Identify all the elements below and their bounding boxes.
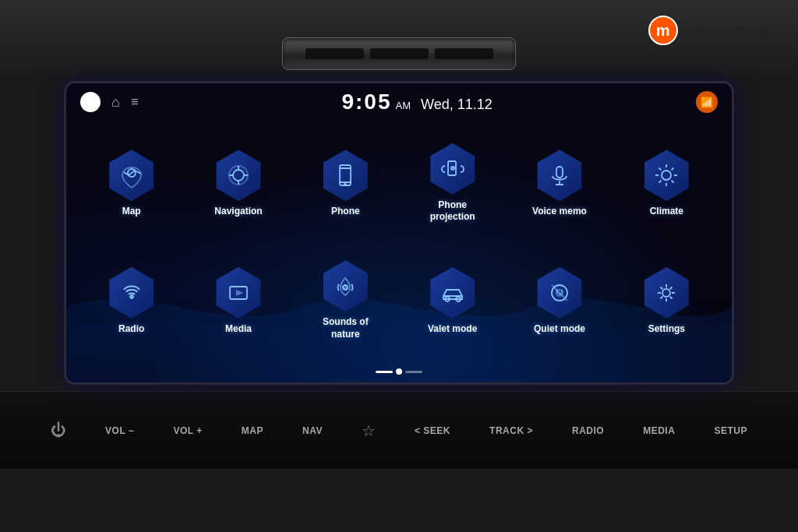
star-button[interactable]: ☆ xyxy=(362,421,376,440)
svg-point-12 xyxy=(662,171,671,180)
app-item-map[interactable]: Map xyxy=(78,125,185,242)
time-ampm: AM xyxy=(396,100,411,111)
screen-frame: ⌂ ≡ 9:05 AM Wed, 11.12 📶 xyxy=(64,81,734,385)
vol-plus-button[interactable]: VOL + xyxy=(173,425,202,436)
app-label-settings: Settings xyxy=(648,323,685,334)
vent xyxy=(282,37,516,70)
status-bar: ⌂ ≡ 9:05 AM Wed, 11.12 📶 xyxy=(66,83,732,121)
power-button[interactable]: ⏻ xyxy=(51,421,66,439)
svg-point-6 xyxy=(344,184,346,185)
page-indicator xyxy=(376,368,422,375)
media-label: MEDIA xyxy=(643,425,675,436)
home-icon[interactable]: ⌂ xyxy=(111,94,120,111)
app-grid: Map Navigation xyxy=(66,121,732,382)
app-label-valet-mode: Valet mode xyxy=(428,323,477,334)
app-item-phone-projection[interactable]: Phoneprojection xyxy=(399,125,506,242)
app-item-voice-memo[interactable]: Voice memo xyxy=(506,125,613,242)
track-forward-button[interactable]: TRACK > xyxy=(489,425,533,436)
app-label-phone-projection: Phoneprojection xyxy=(430,199,475,224)
radio-button[interactable]: RADIO xyxy=(572,425,604,436)
svg-point-22 xyxy=(662,289,670,297)
svg-point-16 xyxy=(343,285,348,290)
svg-point-8 xyxy=(451,167,454,170)
map-label: MAP xyxy=(242,425,263,436)
screen-wrapper: ⌂ ≡ 9:05 AM Wed, 11.12 📶 xyxy=(0,78,798,385)
nav-button[interactable]: NAV xyxy=(302,425,323,436)
menu-icon[interactable]: ≡ xyxy=(131,95,138,109)
app-item-settings[interactable]: Settings xyxy=(613,242,720,360)
map-button[interactable]: MAP xyxy=(242,425,263,436)
app-item-valet-mode[interactable]: Valet mode xyxy=(399,242,506,360)
date-display: Wed, 11.12 xyxy=(421,97,493,113)
app-label-radio: Radio xyxy=(118,323,144,334)
time-display: 9:05 xyxy=(341,90,391,115)
seek-back-label: < SEEK xyxy=(415,425,450,436)
home-dot[interactable] xyxy=(80,92,101,112)
track-forward-label: TRACK > xyxy=(489,425,533,436)
app-item-quiet-mode[interactable]: Quiet mode xyxy=(506,242,613,360)
radio-label: RADIO xyxy=(572,425,604,436)
app-label-sounds-of-nature: Sounds ofnature xyxy=(323,316,369,340)
seek-back-button[interactable]: < SEEK xyxy=(415,425,450,436)
app-label-quiet-mode: Quiet mode xyxy=(534,323,585,334)
media-button[interactable]: MEDIA xyxy=(643,425,675,436)
svg-rect-9 xyxy=(556,167,563,178)
app-item-navigation[interactable]: Navigation xyxy=(185,125,291,242)
app-item-media[interactable]: Media xyxy=(185,242,291,360)
svg-point-2 xyxy=(233,170,244,181)
vol-minus-label: VOL − xyxy=(105,425,134,436)
app-label-phone: Phone xyxy=(331,206,360,217)
signal-icon: 📶 xyxy=(696,91,718,113)
app-label-navigation: Navigation xyxy=(214,206,262,217)
vol-plus-label: VOL + xyxy=(173,425,202,436)
app-label-voice-memo: Voice memo xyxy=(532,206,587,217)
vol-minus-button[interactable]: VOL − xyxy=(105,425,134,436)
app-item-radio[interactable]: Radio xyxy=(78,242,185,360)
motorpoint-logo: m MOTORPOINT xyxy=(648,16,779,45)
app-label-climate: Climate xyxy=(650,206,683,217)
bottom-controls: ⏻ VOL − VOL + MAP NAV ☆ < SEEK TRACK > R… xyxy=(0,391,798,469)
svg-point-13 xyxy=(130,295,133,298)
setup-label: SETUP xyxy=(714,425,747,436)
setup-button[interactable]: SETUP xyxy=(714,425,747,436)
nav-label: NAV xyxy=(302,425,323,436)
brand-name: MOTORPOINT xyxy=(684,25,779,37)
app-label-map: Map xyxy=(122,206,141,217)
app-item-climate[interactable]: Climate xyxy=(613,125,720,242)
svg-marker-15 xyxy=(236,290,243,296)
app-item-sounds-of-nature[interactable]: Sounds ofnature xyxy=(292,242,399,360)
app-label-media: Media xyxy=(225,323,252,334)
app-item-phone[interactable]: Phone xyxy=(292,125,399,242)
